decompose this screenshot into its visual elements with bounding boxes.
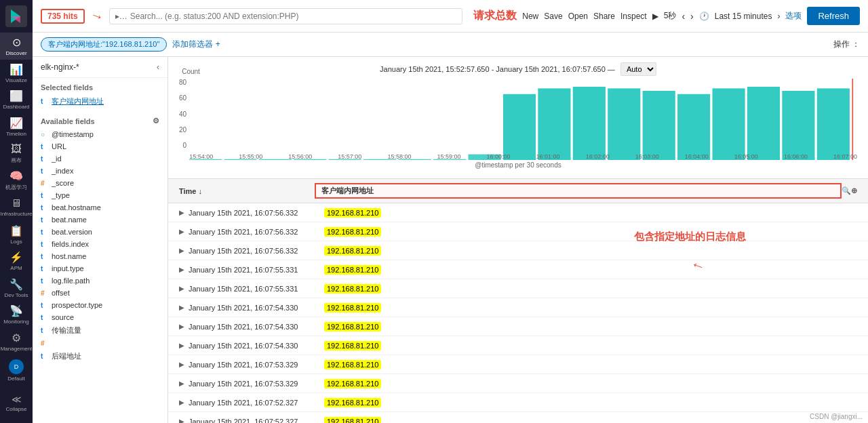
table-header: Time ↓ 客户端内网地址 🔍⊕: [168, 179, 868, 203]
logs-icon: 📋: [9, 224, 23, 237]
chart-y-axis: 80 60 40 20 0: [179, 79, 189, 160]
expand-arrow[interactable]: ▶: [179, 323, 184, 330]
sidebar-item-management[interactable]: ⚙ Management: [0, 328, 33, 355]
interval-label: 5秒: [664, 10, 677, 22]
sidebar-item-devtools-label: Dev Tools: [5, 292, 28, 298]
expand-arrow[interactable]: ▶: [179, 228, 184, 235]
field-name-source: source: [52, 313, 74, 321]
sidebar-item-monitoring[interactable]: 📡 Monitoring: [0, 302, 33, 329]
topbar-actions: New Save Open Share Inspect ▶ 5秒 ‹ › 🕐 L…: [522, 7, 860, 25]
field-timestamp[interactable]: ○ @timestamp: [33, 128, 167, 140]
field-offset[interactable]: # offset: [33, 287, 167, 299]
field-prospector-type[interactable]: t prospector.type: [33, 299, 167, 311]
index-pattern-label: elk-nginx-*: [41, 62, 79, 72]
expand-arrow[interactable]: ▶: [179, 380, 184, 387]
expand-arrow[interactable]: ▶: [179, 304, 184, 311]
svg-rect-18: [782, 91, 814, 160]
expand-arrow[interactable]: ▶: [179, 361, 184, 368]
sidebar-item-dashboard[interactable]: ⬜ Dashboard: [0, 87, 33, 114]
panel-collapse-button[interactable]: ‹: [157, 62, 159, 72]
sidebar-item-timelion[interactable]: 📈 Timelion: [0, 113, 33, 140]
kibana-logo[interactable]: [4, 5, 28, 27]
infra-icon: 🖥: [11, 197, 22, 209]
sidebar-item-default[interactable]: D Default: [0, 355, 33, 385]
svg-rect-14: [643, 91, 675, 160]
field-host-name[interactable]: t host.name: [33, 250, 167, 262]
sidebar-item-canvas[interactable]: 🖼 画布: [0, 140, 33, 167]
next-arrow[interactable]: ›: [690, 11, 694, 22]
table-rows: ▶ January 15th 2021, 16:07:56.332 192.16…: [168, 203, 868, 423]
expand-arrow[interactable]: ▶: [179, 399, 184, 406]
field-type-t: t: [41, 98, 47, 105]
prev-arrow[interactable]: ‹: [682, 11, 685, 22]
selected-field-ip[interactable]: t 客户端内网地址: [33, 94, 167, 108]
col-ip-header[interactable]: 客户端内网地址: [315, 183, 842, 199]
selected-fields-title: Selected fields: [33, 81, 167, 94]
expand-arrow[interactable]: ▶: [179, 247, 184, 254]
field-type-t12: t: [41, 302, 47, 309]
share-button[interactable]: Share: [593, 12, 615, 21]
new-button[interactable]: New: [522, 12, 538, 21]
clock-icon: 🕐: [699, 12, 709, 21]
table-row: ▶ January 15th 2021, 16:07:56.332 192.16…: [168, 203, 868, 222]
chart-interval-select[interactable]: Auto: [620, 62, 656, 76]
expand-arrow[interactable]: ▶: [179, 342, 184, 349]
field-fields-index[interactable]: t fields.index: [33, 238, 167, 250]
field-id[interactable]: t _id: [33, 153, 167, 165]
field-beat-version[interactable]: t beat.version: [33, 226, 167, 238]
time-dropdown-arrow[interactable]: ›: [777, 12, 780, 21]
field-url[interactable]: t URL: [33, 140, 167, 153]
expand-arrow[interactable]: ▶: [179, 209, 184, 216]
sidebar-item-collapse[interactable]: ≪ Collapse: [0, 388, 33, 418]
options-link[interactable]: 选项: [785, 10, 802, 22]
table-row: ▶ January 15th 2021, 16:07:52.327 192.16…: [168, 393, 868, 412]
field-beat-name[interactable]: t beat.name: [33, 214, 167, 226]
fields-settings-icon[interactable]: ⚙: [153, 117, 159, 125]
arrow-annotation: →: [87, 6, 106, 25]
search-prefix: ▸…: [115, 12, 127, 21]
open-button[interactable]: Open: [568, 12, 588, 21]
row-ip: 192.168.81.210: [324, 379, 381, 388]
filterbar-actions[interactable]: 操作 ：: [833, 39, 860, 50]
expand-arrow[interactable]: ▶: [179, 266, 184, 273]
play-button[interactable]: ▶: [652, 12, 658, 21]
add-filter-button[interactable]: 添加筛选器 +: [172, 39, 220, 50]
inspect-button[interactable]: Inspect: [620, 12, 647, 21]
sidebar-item-visualize[interactable]: 📊 Visualize: [0, 60, 33, 87]
expand-arrow[interactable]: ▶: [179, 418, 184, 423]
field-type-row[interactable]: t _type: [33, 189, 167, 201]
svg-rect-19: [817, 88, 850, 160]
field-backend-addr[interactable]: t 后端地址: [33, 349, 167, 363]
field-name-beat-version: beat.version: [52, 228, 92, 236]
field-bandwidth[interactable]: t 传输流量: [33, 323, 167, 338]
field-index[interactable]: t _index: [33, 165, 167, 177]
field-beat-hostname[interactable]: t beat.hostname: [33, 201, 167, 214]
save-button[interactable]: Save: [544, 12, 562, 21]
filter-tag-ip[interactable]: 客户端内网地址:"192.168.81.210": [41, 37, 167, 52]
sidebar-item-discover[interactable]: ⊙ Discover: [0, 33, 33, 60]
field-score[interactable]: # _score: [33, 177, 167, 189]
field-input-type[interactable]: t input.type: [33, 262, 167, 275]
row-time: January 15th 2021, 16:07:52.327: [189, 418, 324, 424]
sidebar-item-apm[interactable]: ⚡ APM: [0, 247, 33, 275]
sidebar: ⊙ Discover 📊 Visualize ⬜ Dashboard 📈 Tim…: [0, 0, 33, 423]
row-ip: 192.168.81.210: [324, 398, 381, 407]
expand-arrow[interactable]: ▶: [179, 285, 184, 292]
field-source[interactable]: t source: [33, 311, 167, 323]
sidebar-item-logs[interactable]: 📋 Logs: [0, 221, 33, 248]
sidebar-item-ml[interactable]: 🧠 机器学习: [0, 167, 33, 195]
refresh-button[interactable]: Refresh: [807, 7, 860, 25]
field-name-ip: 客户端内网地址: [52, 96, 104, 106]
col-time-header[interactable]: Time ↓: [179, 187, 315, 195]
sidebar-item-devtools[interactable]: 🔧 Dev Tools: [0, 275, 33, 302]
field-hash-symbol[interactable]: #: [33, 338, 167, 349]
sidebar-item-visualize-label: Visualize: [5, 77, 27, 83]
field-log-file-path[interactable]: t log.file.path: [33, 275, 167, 287]
search-input[interactable]: [130, 12, 457, 21]
field-type-t15: t: [41, 352, 47, 360]
sidebar-item-infra[interactable]: 🖥 Infrastructure: [0, 194, 33, 221]
table-search-icons[interactable]: 🔍⊕: [842, 186, 857, 195]
table-row: ▶ January 15th 2021, 16:07:53.329 192.16…: [168, 355, 868, 374]
available-fields-section: Available fields ⚙ ○ @timestamp t URL t …: [33, 111, 167, 366]
sidebar-default-label: Default: [7, 376, 24, 382]
